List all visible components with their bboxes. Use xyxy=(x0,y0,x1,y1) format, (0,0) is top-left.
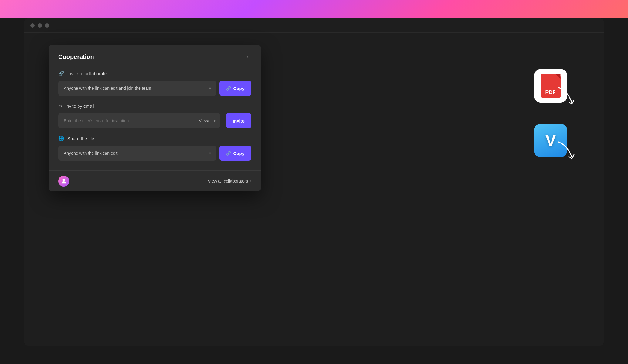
invite-email-row: Viewer ▾ Invite xyxy=(58,113,251,128)
v-icon-container: V xyxy=(534,124,567,157)
view-collaborators-button[interactable]: View all collaborators › xyxy=(208,179,251,184)
window-content: Cooperation × Invite to collaborate Anyo… xyxy=(24,33,604,346)
share-file-row: Anyone with the link can edit ▾ Copy xyxy=(58,146,251,161)
copy-link-icon xyxy=(226,86,231,91)
chevron-right-icon: › xyxy=(250,179,251,184)
share-file-title: Share the file xyxy=(58,136,251,141)
invite-collaborate-dropdown[interactable]: Anyone with the link can edit and join t… xyxy=(58,81,216,96)
arrow-down-right-1 xyxy=(555,84,579,109)
invite-email-section: Invite by email Viewer ▾ Invite xyxy=(58,103,251,128)
top-gradient-bar xyxy=(0,0,628,18)
dialog-footer: View all collaborators › xyxy=(49,170,261,191)
share-file-dropdown[interactable]: Anyone with the link can edit ▾ xyxy=(58,146,216,161)
invite-collaborate-row: Anyone with the link can edit and join t… xyxy=(58,81,251,96)
chevron-down-icon: ▾ xyxy=(214,118,216,123)
link-icon xyxy=(58,71,64,76)
invite-button[interactable]: Invite xyxy=(226,113,251,128)
pdf-corner xyxy=(556,74,561,79)
close-button[interactable]: × xyxy=(244,53,251,61)
title-bar xyxy=(24,18,604,33)
email-input[interactable] xyxy=(58,118,194,123)
copy-link-icon-2 xyxy=(226,151,231,156)
chevron-down-icon: ▾ xyxy=(209,86,211,90)
chevron-down-icon: ▾ xyxy=(209,151,211,155)
invite-collaborate-section: Invite to collaborate Anyone with the li… xyxy=(58,71,251,96)
cooperation-dialog: Cooperation × Invite to collaborate Anyo… xyxy=(49,45,261,191)
dialog-title: Cooperation xyxy=(58,53,94,63)
traffic-light-maximize[interactable] xyxy=(45,23,49,28)
arrow-down-right-2 xyxy=(555,139,579,163)
email-input-group: Viewer ▾ xyxy=(58,113,220,128)
dialog-header: Cooperation × xyxy=(49,45,261,63)
share-file-section: Share the file Anyone with the link can … xyxy=(58,136,251,161)
right-panel-icons: PDF V xyxy=(534,69,567,157)
invite-email-title: Invite by email xyxy=(58,103,251,109)
globe-icon xyxy=(58,136,64,141)
traffic-light-close[interactable] xyxy=(30,23,35,28)
share-file-copy-button[interactable]: Copy xyxy=(219,146,252,161)
invite-collaborate-copy-button[interactable]: Copy xyxy=(219,81,252,96)
main-window: Cooperation × Invite to collaborate Anyo… xyxy=(24,18,604,346)
svg-point-0 xyxy=(62,179,65,181)
dialog-body: Invite to collaborate Anyone with the li… xyxy=(49,63,261,170)
mail-icon xyxy=(58,103,62,109)
viewer-select[interactable]: Viewer ▾ xyxy=(194,113,220,128)
pdf-icon-container: PDF xyxy=(534,69,567,103)
invite-collaborate-title: Invite to collaborate xyxy=(58,71,251,76)
traffic-light-minimize[interactable] xyxy=(38,23,42,28)
avatar xyxy=(58,176,69,187)
